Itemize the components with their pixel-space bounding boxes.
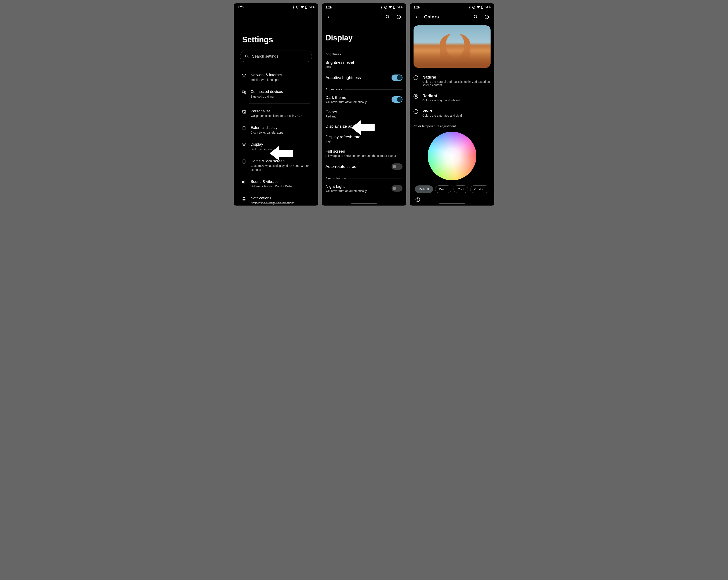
pref-night-light[interactable]: Night LightWill never turn on automatica…: [326, 181, 402, 196]
pref-title: Full screen: [326, 149, 402, 154]
item-title: Network & internet: [251, 73, 310, 77]
back-arrow-icon: [415, 15, 420, 19]
settings-item-personalize[interactable]: PersonalizeWallpaper, color, icon, font,…: [240, 105, 312, 122]
pref-colors[interactable]: ColorsRadiant: [326, 107, 402, 121]
chip-custom[interactable]: Custom: [470, 185, 489, 193]
battery-icon: [305, 5, 307, 9]
status-bar: 2:29 34%: [322, 3, 406, 11]
chip-default[interactable]: Default: [415, 185, 433, 193]
color-option-natural[interactable]: NaturalColors are natural and realistic,…: [414, 72, 491, 90]
clock: 2:29: [326, 5, 332, 9]
info-button[interactable]: [415, 197, 421, 203]
back-arrow-icon: [327, 15, 332, 19]
item-sub: Dark theme, font: [251, 147, 310, 151]
pref-display-size[interactable]: Display size and text: [326, 121, 402, 132]
item-title: External display: [251, 125, 310, 130]
settings-item-home-lock[interactable]: Home & lock screenCustomize what is disp…: [240, 155, 312, 175]
search-settings[interactable]: Search settings: [240, 51, 312, 62]
chip-cool[interactable]: Cool: [453, 185, 468, 193]
settings-item-connected[interactable]: Connected devicesBluetooth, pairing: [240, 85, 312, 102]
pref-sub: 39%: [326, 65, 402, 69]
radio-icon: [414, 109, 418, 114]
battery-pct: 34%: [397, 5, 402, 9]
item-title: Home & lock screen: [251, 159, 310, 163]
wifi-icon: [242, 73, 247, 78]
settings-item-external-display[interactable]: External displayClock style, panels, app…: [240, 122, 312, 138]
status-bar: 2:29 34%: [234, 3, 318, 11]
battery-pct: 34%: [485, 5, 491, 9]
appbar-title: Colors: [424, 14, 439, 20]
option-sub: Colors are natural and realistic, optimi…: [422, 80, 491, 87]
settings-item-network[interactable]: Network & internetMobile, Wi-Fi, hotspot: [240, 69, 312, 85]
bluetooth-icon: [292, 5, 295, 9]
app-bar: Colors: [410, 11, 494, 23]
option-sub: Colors are bright and vibrant: [422, 99, 460, 102]
dnd-icon: [384, 6, 387, 9]
back-button[interactable]: [325, 13, 334, 21]
svg-rect-28: [482, 6, 483, 6]
pref-dark-theme[interactable]: Dark themeWill never turn off automatica…: [326, 92, 402, 107]
clock: 2:29: [414, 5, 420, 9]
item-title: Connected devices: [251, 89, 310, 94]
help-button[interactable]: [483, 13, 491, 21]
pref-adaptive-brightness[interactable]: Adaptive brightness: [326, 72, 402, 84]
bluetooth-icon: [381, 6, 383, 9]
color-option-radiant[interactable]: RadiantColors are bright and vibrant: [414, 90, 491, 105]
pref-brightness-level[interactable]: Brightness level39%: [326, 57, 402, 72]
nav-pill[interactable]: [263, 203, 289, 204]
toggle-dark-theme[interactable]: [391, 96, 402, 103]
pref-sub: Will never turn off automatically: [326, 100, 389, 104]
help-button[interactable]: [394, 13, 403, 21]
back-button[interactable]: [413, 13, 421, 21]
item-sub: Wallpaper, color, icon, font, display si…: [251, 114, 310, 118]
dnd-icon: [296, 5, 299, 9]
pref-auto-rotate[interactable]: Auto-rotate screen: [326, 160, 402, 173]
section-brightness: Brightness: [326, 52, 402, 56]
search-icon: [245, 54, 249, 58]
external-display-icon: [242, 125, 247, 131]
search-placeholder: Search settings: [252, 54, 278, 59]
item-sub: Volume, vibration, Do Not Disturb: [251, 184, 310, 188]
svg-rect-4: [305, 8, 307, 9]
search-button[interactable]: [384, 13, 392, 21]
option-title: Vivid: [422, 109, 462, 114]
pref-title: Display refresh rate: [326, 135, 402, 139]
option-title: Natural: [422, 75, 491, 80]
help-icon: [396, 15, 401, 19]
status-bar: 2:29 34%: [410, 3, 494, 11]
divider: [249, 103, 310, 104]
pref-title: Dark theme: [326, 95, 389, 100]
status-icons: 34%: [292, 5, 314, 9]
svg-point-30: [474, 15, 477, 18]
pref-full-screen[interactable]: Full screenAllow apps to show content ar…: [326, 146, 402, 160]
settings-item-sound[interactable]: Sound & vibrationVolume, vibration, Do N…: [240, 175, 312, 192]
pref-sub: Will never turn on automatically: [326, 189, 389, 193]
battery-pct: 34%: [309, 5, 314, 9]
svg-rect-3: [306, 5, 307, 6]
svg-rect-20: [393, 8, 395, 9]
toggle-adaptive[interactable]: [391, 75, 402, 81]
nav-pill[interactable]: [439, 203, 465, 204]
chip-warm[interactable]: Warm: [435, 185, 451, 193]
svg-line-6: [248, 57, 249, 58]
toggle-auto-rotate[interactable]: [391, 163, 402, 170]
nav-pill[interactable]: [351, 203, 377, 204]
color-option-vivid[interactable]: VividColors are saturated and vivid: [414, 105, 491, 121]
section-appearance: Appearance: [326, 87, 402, 91]
svg-point-15: [244, 162, 244, 162]
bell-icon: [242, 196, 247, 202]
svg-point-13: [243, 144, 245, 146]
wifi-icon: [389, 6, 392, 9]
battery-icon: [393, 5, 395, 9]
item-title: Sound & vibration: [251, 179, 310, 184]
pref-refresh-rate[interactable]: Display refresh rateHigh: [326, 132, 402, 146]
item-sub: Bluetooth, pairing: [251, 95, 310, 98]
settings-item-display[interactable]: DisplayDark theme, font: [240, 138, 312, 155]
toggle-night-light[interactable]: [391, 185, 402, 192]
color-wheel[interactable]: [428, 132, 476, 180]
pref-sub: Allow apps to show content around the ca…: [326, 154, 402, 157]
home-lock-icon: [242, 159, 247, 165]
item-title: Personalize: [251, 109, 310, 114]
status-icons: 34%: [469, 5, 491, 9]
search-button[interactable]: [471, 13, 480, 21]
